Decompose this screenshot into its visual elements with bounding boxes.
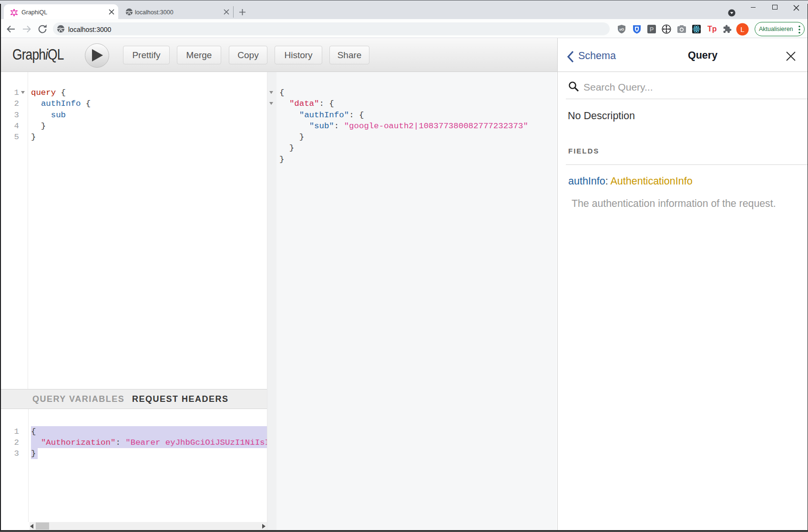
svg-text:L: L bbox=[740, 25, 744, 33]
svg-text:P: P bbox=[650, 26, 654, 33]
svg-text:uO: uO bbox=[619, 28, 624, 31]
